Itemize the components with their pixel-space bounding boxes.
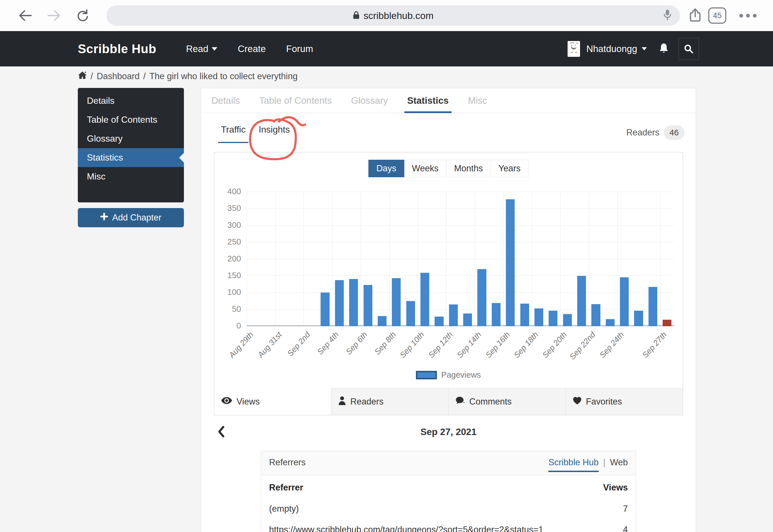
side-menu: DetailsTable of ContentsGlossaryStatisti… (78, 88, 184, 202)
bar-day-19 (506, 199, 515, 326)
y-tick-0: 0 (215, 321, 241, 330)
forward-icon[interactable] (47, 10, 60, 21)
address-bar[interactable]: scribblehub.com (106, 5, 680, 26)
chart-tab-views[interactable]: Views (214, 388, 331, 415)
bar-day-23 (563, 314, 572, 326)
subtabs: Traffic Insights Readers 46 (201, 113, 696, 146)
sidebar: DetailsTable of ContentsGlossaryStatisti… (78, 88, 184, 227)
browser-window: scribblehub.com 45 Scribble Hub Read Cre… (0, 0, 773, 532)
tab-details[interactable]: Details (210, 88, 242, 113)
sidebar-item-misc[interactable]: Misc (78, 167, 184, 186)
add-chapter-button[interactable]: Add Chapter (78, 208, 184, 227)
referrer-cell[interactable]: (empty) (269, 504, 299, 514)
chevron-left-icon[interactable] (217, 426, 225, 438)
tab-statistics[interactable]: Statistics (405, 88, 450, 113)
source-tab-web[interactable]: Web (610, 457, 628, 468)
gridline-y-100 (247, 292, 674, 293)
nav-read[interactable]: Read (186, 44, 217, 54)
sidebar-item-glossary[interactable]: Glossary (78, 129, 184, 148)
referrer-cell[interactable]: https://www.scribblehub.com/tag/dungeons… (269, 525, 543, 532)
period-years-button[interactable]: Years (491, 160, 528, 177)
subtab-insights[interactable]: Insights (256, 124, 293, 142)
bar-day-27 (620, 277, 629, 326)
tabs-icon[interactable]: 45 (708, 7, 726, 24)
nav-forum[interactable]: Forum (286, 44, 313, 54)
y-tick-300: 300 (215, 220, 241, 230)
nav-create[interactable]: Create (238, 44, 266, 54)
bar-day-10 (378, 316, 386, 326)
table-row: (empty)7 (269, 498, 628, 519)
chart-tab-favorites[interactable]: Favorites (565, 388, 683, 415)
gridline-x-Sep-4th (332, 192, 333, 326)
gridline-y-200 (247, 259, 674, 259)
reload-icon[interactable] (76, 9, 89, 22)
sidebar-item-details[interactable]: Details (78, 91, 184, 110)
home-icon[interactable] (78, 71, 87, 82)
breadcrumb-dashboard[interactable]: Dashboard (97, 71, 140, 81)
tab-glossary[interactable]: Glossary (349, 88, 390, 113)
chart-plot: 050100150200250300350400 (247, 192, 674, 326)
main-tabs: DetailsTable of ContentsGlossaryStatisti… (201, 88, 696, 113)
bar-day-16 (463, 313, 472, 326)
chart-tab-comments[interactable]: Comments (448, 388, 565, 415)
gridline-x-Sep-8th (389, 192, 390, 326)
main-panel: DetailsTable of ContentsGlossaryStatisti… (201, 88, 696, 532)
date-nav: Sep 27, 2021 (214, 424, 683, 441)
gridline-x-Sep-2nd (304, 192, 304, 326)
header-user-area: Nhatduongg (567, 38, 699, 60)
y-tick-50: 50 (215, 304, 241, 314)
period-days-button[interactable]: Days (368, 160, 404, 177)
bar-day-30 (663, 320, 672, 326)
bar-day-18 (492, 303, 500, 326)
bar-day-22 (548, 311, 557, 326)
bar-day-12 (406, 301, 415, 326)
period-weeks-button[interactable]: Weeks (404, 160, 446, 177)
site-logo[interactable]: Scribble Hub (78, 42, 156, 56)
person-icon (338, 396, 346, 407)
chart-box: DaysWeeksMonthsYears 0501001502002503003… (214, 152, 683, 415)
sidebar-item-table-of-contents[interactable]: Table of Contents (78, 110, 184, 129)
bar-day-26 (606, 319, 615, 326)
page-body: / Dashboard / The girl who liked to coll… (0, 66, 773, 532)
chart-metric-tabs: ViewsReadersCommentsFavorites (214, 388, 683, 415)
sidebar-item-statistics[interactable]: Statistics (78, 148, 184, 167)
gridline-y-350 (247, 208, 674, 209)
search-icon[interactable] (679, 38, 699, 60)
period-months-button[interactable]: Months (446, 160, 491, 177)
y-tick-400: 400 (215, 187, 241, 196)
gridline-x-Aug-31st (275, 192, 276, 326)
y-tick-250: 250 (215, 237, 241, 246)
gridline-y-400 (247, 192, 674, 192)
back-icon[interactable] (19, 10, 32, 21)
readers-count-badge: 46 (664, 126, 685, 140)
avatar[interactable] (567, 41, 580, 57)
chart-tab-label: Views (237, 397, 260, 407)
mic-icon[interactable] (664, 9, 672, 22)
gridline-x-Sep-12th (446, 192, 446, 326)
gridline-y-250 (247, 242, 674, 242)
subtab-traffic[interactable]: Traffic (218, 124, 249, 143)
tab-count: 45 (713, 11, 722, 20)
share-icon[interactable] (690, 8, 701, 23)
bell-icon[interactable] (659, 43, 669, 55)
bar-day-17 (477, 269, 486, 326)
chart-tab-label: Comments (469, 397, 512, 407)
source-tab-scribblehub[interactable]: Scribble Hub (548, 457, 599, 468)
gridline-x-Sep-16th (503, 192, 504, 326)
referrers-panel: Referrers Scribble Hub | Web Referrer Vi… (261, 451, 636, 532)
bar-day-7 (335, 280, 344, 326)
table-row: https://www.scribblehub.com/tag/dungeons… (269, 519, 628, 532)
x-tick-Sep-27th: Sep 27th (628, 330, 668, 374)
bar-day-25 (592, 304, 600, 326)
tab-table-of-contents[interactable]: Table of Contents (258, 88, 334, 113)
breadcrumb-novel-title[interactable]: The girl who liked to collect everything (149, 71, 298, 81)
caret-down-icon[interactable] (642, 47, 647, 50)
gridline-y-50 (247, 309, 674, 310)
chart-tab-readers[interactable]: Readers (331, 388, 448, 415)
caret-down-icon (212, 47, 217, 51)
tab-misc[interactable]: Misc (466, 88, 489, 113)
username[interactable]: Nhatduongg (586, 44, 637, 54)
chart-x-axis: Aug 29thAug 31stSep 2ndSep 4thSep 6thSep… (247, 326, 674, 369)
gridline-x-Sep-10th (418, 192, 418, 326)
more-icon[interactable] (739, 14, 757, 18)
